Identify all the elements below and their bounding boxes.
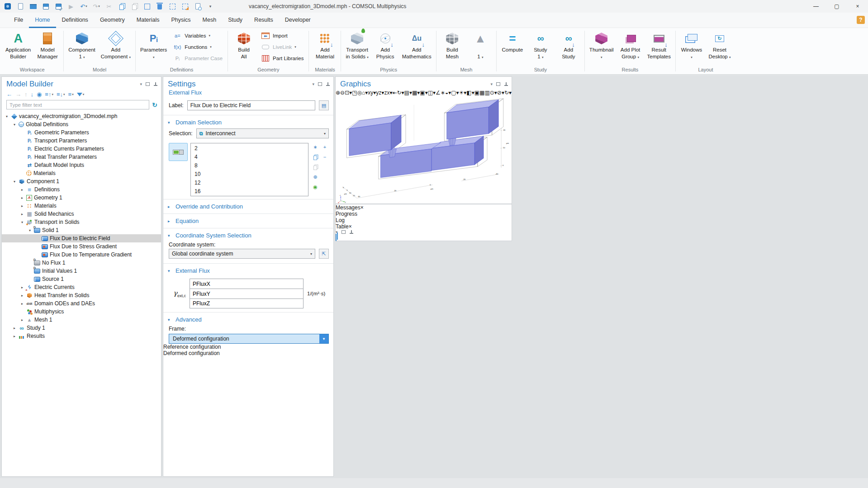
- import-button[interactable]: ⇐Import: [258, 31, 306, 40]
- compute-button[interactable]: = Compute: [499, 29, 526, 66]
- reset-desktop-button[interactable]: ↻ ResetDesktop ▾: [706, 29, 733, 66]
- measure-icon[interactable]: ∠: [436, 90, 441, 96]
- tree-item-default-model-inputs[interactable]: Default Model Inputs: [2, 161, 161, 169]
- add-component-button[interactable]: AddComponent ▾: [99, 29, 133, 66]
- expand-arrow-icon[interactable]: ▸: [20, 318, 24, 322]
- model-manager-button[interactable]: ModelManager: [34, 29, 61, 66]
- tree-item-heat-transfer-parameters[interactable]: Heat Transfer Parameters: [2, 153, 161, 161]
- undo-icon[interactable]: ↶▾: [80, 2, 88, 10]
- tree-item-flux-due-to-temperature-gradient[interactable]: Flux Due to Temperature Gradient: [2, 251, 161, 259]
- add-study-button[interactable]: ∞↓ AddStudy: [555, 29, 582, 66]
- mesh-1-button[interactable]: ▲ 1 ▾: [467, 29, 494, 66]
- forward-icon[interactable]: →: [15, 91, 21, 98]
- zoom-to-selection-icon[interactable]: ◎: [357, 90, 362, 96]
- pin-panel-icon[interactable]: [504, 82, 508, 86]
- refresh-filter-icon[interactable]: ↻: [152, 101, 157, 109]
- show-grid-icon[interactable]: ▦▾: [412, 90, 420, 96]
- menu-tab-mesh[interactable]: Mesh: [197, 13, 223, 28]
- cut-icon[interactable]: ✂: [105, 2, 113, 10]
- redo-icon[interactable]: ↷▾: [92, 2, 100, 10]
- section-domain-selection[interactable]: ▾ Domain Selection: [163, 115, 333, 128]
- zoom-extents-icon[interactable]: ◳: [352, 90, 357, 96]
- label-input[interactable]: [187, 100, 315, 110]
- close-tab-icon[interactable]: ×: [349, 223, 352, 230]
- node-text-icon[interactable]: ≡▾: [68, 91, 74, 98]
- table-view-icon[interactable]: ▥: [484, 90, 489, 96]
- delete-icon[interactable]: [156, 2, 164, 10]
- save-icon[interactable]: [42, 2, 50, 10]
- filter-icon[interactable]: ▾: [77, 93, 85, 96]
- section-advanced[interactable]: ▾ Advanced: [163, 313, 333, 326]
- find-icon[interactable]: [194, 2, 202, 10]
- expand-arrow-icon[interactable]: ▸: [20, 302, 24, 306]
- tree-item-solid-1[interactable]: ▾Solid 1: [2, 226, 161, 234]
- go-to-zx-view-icon[interactable]: zx▾: [384, 90, 392, 96]
- menu-tab-geometry[interactable]: Geometry: [94, 13, 131, 28]
- tree-item-initial-values-1[interactable]: Initial Values 1: [2, 267, 161, 275]
- menu-tab-developer[interactable]: Developer: [279, 13, 317, 28]
- livelink-button[interactable]: LiveLink ▾: [258, 43, 306, 52]
- tree-item-transport-in-solids[interactable]: ▾Transport in Solids: [2, 218, 161, 226]
- clip-plane-icon[interactable]: ◒▾: [445, 90, 451, 96]
- selection-list-item[interactable]: 16: [191, 187, 308, 196]
- tree-item-flux-due-to-electric-field[interactable]: Flux Due to Electric Field: [2, 234, 161, 242]
- show-options-icon[interactable]: ◉: [37, 91, 42, 98]
- frame-option-reference[interactable]: Reference configuration: [163, 344, 333, 350]
- customize-quick-access-icon[interactable]: ▾: [206, 2, 214, 10]
- variables-button[interactable]: a=Variables ▾: [170, 31, 225, 40]
- scene-settings-icon[interactable]: ▤▾: [404, 90, 412, 96]
- suppress-selection-icon[interactable]: ⊘▾: [497, 90, 504, 96]
- tree-item-transport-parameters[interactable]: Transport Parameters: [2, 137, 161, 145]
- view-selection-icon[interactable]: ◉: [311, 183, 319, 191]
- rotate-view-icon[interactable]: ↻▾: [397, 90, 404, 96]
- tab-log[interactable]: Log: [336, 217, 512, 223]
- windows-button[interactable]: Windows▾: [678, 29, 705, 66]
- scene-light-icon[interactable]: ☀▾: [459, 90, 467, 96]
- selection-list-item[interactable]: 8: [191, 161, 308, 170]
- float-panel-icon[interactable]: [496, 82, 500, 86]
- tab-messages[interactable]: Messages×: [336, 204, 512, 211]
- flux-x-input[interactable]: [190, 279, 304, 289]
- add-material-button[interactable]: ↓ AddMaterial: [311, 29, 338, 66]
- update-scene-icon[interactable]: ↻▾: [504, 90, 512, 96]
- highlight-selection-icon[interactable]: [181, 2, 189, 10]
- transport-in-solids-button[interactable]: Transportin Solids ▾: [343, 29, 370, 66]
- tree-item-geometric-parameters[interactable]: Geometric Parameters: [2, 128, 161, 137]
- go-to-source-button[interactable]: ⇱: [319, 249, 329, 259]
- section-override[interactable]: ▸ Override and Contribution: [163, 199, 333, 213]
- tab-progress[interactable]: Progress: [336, 211, 512, 217]
- select-mode-icon[interactable]: ▢▾: [451, 90, 459, 96]
- menu-tab-file[interactable]: File: [8, 13, 29, 28]
- section-equation[interactable]: ▸ Equation: [163, 214, 333, 227]
- parameter-case-button[interactable]: PᵢParameter Case: [170, 54, 225, 63]
- panel-menu-icon[interactable]: ▾: [491, 82, 493, 86]
- move-down-icon[interactable]: ↓: [31, 91, 34, 98]
- duplicate-icon[interactable]: [143, 2, 151, 10]
- maximize-button[interactable]: ▢: [826, 0, 847, 13]
- move-up-icon[interactable]: ↑: [24, 91, 28, 98]
- selection-list-item[interactable]: 12: [191, 179, 308, 187]
- tree-item-geometry-1[interactable]: ▸Geometry 1: [2, 194, 161, 202]
- select-box-icon[interactable]: [168, 2, 176, 10]
- section-coordinate-system[interactable]: ▾ Coordinate System Selection: [163, 228, 333, 242]
- copy-log-icon[interactable]: [336, 234, 337, 241]
- selection-list-item[interactable]: 4: [191, 153, 308, 161]
- build-all-button[interactable]: BuildAll: [230, 29, 257, 66]
- selection-dropdown[interactable]: ⧉ Interconnect ▾: [196, 128, 329, 138]
- paste-selection-icon[interactable]: [311, 163, 319, 171]
- expand-arrow-icon[interactable]: ▸: [12, 334, 17, 338]
- tree-item-materials[interactable]: Materials: [2, 169, 161, 177]
- tree-filter-input[interactable]: [6, 100, 149, 109]
- menu-tab-physics[interactable]: Physics: [165, 13, 196, 28]
- go-to-view-icon[interactable]: ⇤: [392, 90, 397, 96]
- expand-arrow-icon[interactable]: ▸: [20, 188, 24, 192]
- menu-tab-materials[interactable]: Materials: [131, 13, 166, 28]
- collapse-arrow-icon[interactable]: ▾: [5, 114, 9, 118]
- collapse-arrow-icon[interactable]: ▾: [28, 228, 32, 232]
- section-external-flux[interactable]: ▾ External Flux: [163, 264, 333, 277]
- float-panel-icon[interactable]: [342, 230, 346, 234]
- panel-menu-icon[interactable]: ▾: [140, 82, 142, 86]
- collapse-arrow-icon[interactable]: ▾: [20, 220, 24, 224]
- zoom-out-icon[interactable]: ⊖: [340, 90, 345, 96]
- help-button[interactable]: ?: [857, 16, 865, 24]
